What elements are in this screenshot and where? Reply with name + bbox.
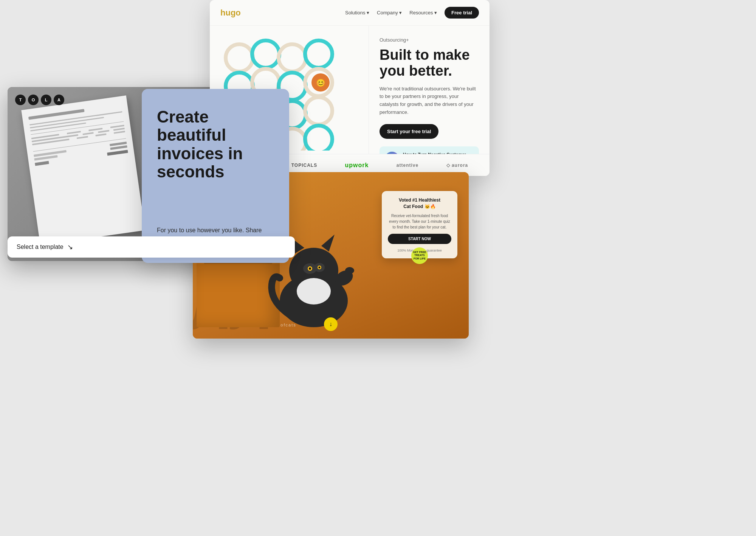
hugo-right-content: Outsourcing+ Built to make you better. W… xyxy=(369,26,490,176)
svg-point-24 xyxy=(297,278,331,305)
nav-solutions[interactable]: Solutions ▾ xyxy=(345,10,369,16)
logo-upwork: upwork xyxy=(345,162,369,169)
template-selector-bar[interactable]: Select a template ↘ xyxy=(8,236,295,258)
hugo-cta-button[interactable]: Start your free trial xyxy=(380,124,438,139)
blue-panel-title: Create beautiful invoices in seconds xyxy=(157,108,274,181)
tola-t: T xyxy=(15,95,26,105)
svg-point-32 xyxy=(345,267,354,274)
svg-point-29 xyxy=(309,267,311,270)
svg-point-2 xyxy=(279,44,306,71)
template-label: Select a template xyxy=(17,244,64,250)
tola-a: A xyxy=(54,95,64,105)
tola-l: L xyxy=(41,95,51,105)
svg-marker-23 xyxy=(321,235,335,252)
pet-start-btn[interactable]: START NOW xyxy=(388,234,451,244)
nav-resources[interactable]: Resources ▾ xyxy=(409,10,437,16)
svg-point-15 xyxy=(305,126,332,151)
hugo-tag: Outsourcing+ xyxy=(380,37,479,43)
logo-topicals: TOPICALS xyxy=(291,163,317,168)
hugo-desc: We're not traditional outsourcers. We're… xyxy=(380,85,479,117)
svg-point-3 xyxy=(305,40,332,68)
tola-logo: T O L A xyxy=(15,95,64,105)
logo-attentive: attentive xyxy=(397,163,418,168)
hugo-logo: hugo xyxy=(220,8,241,18)
hugo-navbar: hugo Solutions ▾ Company ▾ Resources ▾ F… xyxy=(210,0,490,26)
invoice-paper xyxy=(21,95,145,245)
yellow-down-arrow[interactable]: ↓ xyxy=(324,317,338,331)
hugo-headline: Built to make you better. xyxy=(380,47,479,79)
svg-point-30 xyxy=(319,267,321,269)
pet-voted-title: Voted #1 Healthiest Cat Food 🐱🔥 xyxy=(388,197,451,210)
svg-point-1 xyxy=(252,40,279,68)
pet-product-card: Voted #1 Healthiest Cat Food 🐱🔥 Receive … xyxy=(382,191,457,258)
nav-company[interactable]: Company ▾ xyxy=(377,10,402,16)
svg-text:😊: 😊 xyxy=(316,78,325,87)
hugo-nav-links: Solutions ▾ Company ▾ Resources ▾ Free t… xyxy=(345,7,479,19)
arrow-icon: ↘ xyxy=(67,243,73,251)
free-trial-button[interactable]: Free trial xyxy=(445,7,479,19)
tola-o: O xyxy=(28,95,39,105)
svg-point-11 xyxy=(305,97,332,124)
pet-card-desc: Receive vet-formulated fresh food every … xyxy=(388,213,451,230)
logo-aurora: ◇ aurora xyxy=(446,163,468,168)
svg-point-0 xyxy=(226,44,253,71)
pet-badge: GET FREE TREATS FOR LIFE xyxy=(411,247,428,264)
